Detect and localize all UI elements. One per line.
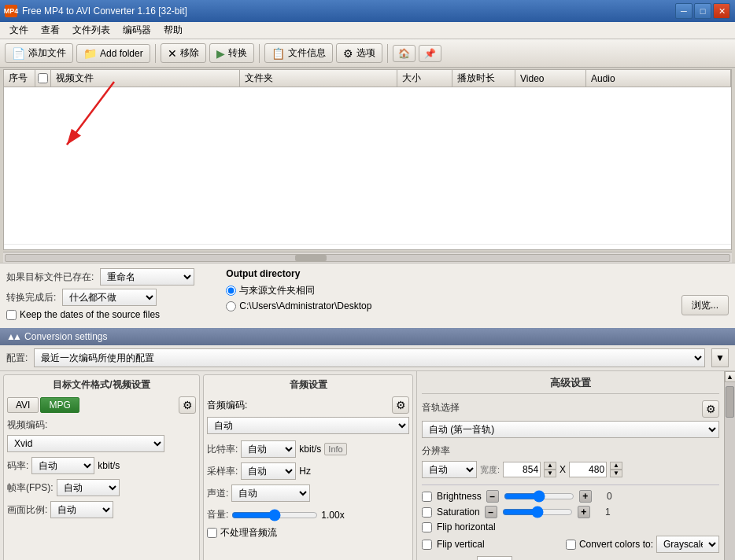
browse-button[interactable]: 浏览... [681, 295, 729, 315]
flip-h-checkbox[interactable] [422, 522, 432, 532]
sample-rate-row: 采样率: 自动 Hz [207, 462, 409, 480]
format-gear-button[interactable]: ⚙ [179, 396, 196, 414]
menu-filelist[interactable]: 文件列表 [66, 22, 116, 39]
keep-dates-label[interactable]: Keep the dates of the source files [6, 309, 160, 320]
saturation-slider[interactable] [502, 506, 573, 518]
channels-select[interactable]: 自动 [231, 484, 310, 502]
conv-header-label: ▲ Conversion settings [13, 331, 108, 342]
col-header-folder: 文件夹 [240, 70, 397, 87]
height-input[interactable] [569, 462, 607, 477]
menu-help[interactable]: 帮助 [157, 22, 189, 39]
right-scrollbar[interactable]: ▲ ▼ [724, 371, 735, 560]
no-audio-label[interactable]: 不处理音频流 [207, 526, 409, 540]
scroll-thumb[interactable] [726, 386, 734, 418]
scroll-up-btn[interactable]: ▲ [725, 371, 736, 382]
aspect-row: 画面比例: 自动 [7, 501, 196, 518]
same-as-source-radio[interactable] [226, 286, 236, 296]
brightness-slider[interactable] [504, 490, 574, 503]
custom-path-option[interactable]: C:\Users\Administrator\Desktop [226, 300, 650, 311]
file-info-button[interactable]: 📋 文件信息 [264, 43, 333, 63]
width-up-btn[interactable]: ▲ [544, 462, 556, 470]
convert-colors-label: Convert colors to: [579, 539, 653, 550]
audio-codec-label: 音频编码: [207, 399, 247, 412]
saturation-checkbox[interactable] [422, 507, 432, 518]
width-input[interactable] [503, 462, 541, 477]
separator-1 [422, 484, 719, 485]
minimize-button[interactable]: ─ [675, 3, 693, 19]
custom-path-radio[interactable] [226, 301, 236, 311]
video-codec-row: 视频编码: [7, 418, 196, 432]
menu-file[interactable]: 文件 [3, 22, 35, 39]
volume-slider[interactable] [231, 509, 318, 521]
tab-mpg[interactable]: MPG [40, 397, 79, 413]
channels-label: 声道: [207, 487, 228, 500]
sample-unit: Hz [299, 466, 311, 477]
audio-codec-select[interactable]: 自动 MP3 AAC [207, 417, 409, 434]
scrollbar-thumb[interactable] [295, 255, 327, 261]
profile-select[interactable]: 最近一次编码所使用的配置 [34, 348, 705, 367]
add-file-button[interactable]: 📄 添加文件 [5, 43, 73, 63]
add-folder-button[interactable]: 📁 Add folder [76, 44, 150, 63]
track-select[interactable]: 自动 (第一音轨) 音轨1 音轨2 [422, 421, 719, 438]
no-audio-row: 不处理音频流 [207, 526, 409, 540]
bitrate-label: 码率: [7, 459, 28, 473]
info-badge[interactable]: Info [324, 443, 346, 455]
height-up-btn[interactable]: ▲ [610, 462, 622, 470]
video-codec-label: 视频编码: [7, 418, 47, 432]
audio-bitrate-select[interactable]: 自动 [241, 440, 296, 458]
format-panel: 目标文件格式/视频设置 AVI MPG ⚙ 视频编码: Xvid H.264 M… [3, 374, 200, 560]
maximize-button[interactable]: □ [694, 3, 711, 19]
options-icon: ⚙ [343, 47, 353, 60]
bitrate-select[interactable]: 自动 [31, 457, 94, 474]
audio-gear-button[interactable]: ⚙ [392, 396, 409, 414]
width-down-btn[interactable]: ▼ [544, 470, 556, 477]
remove-button[interactable]: ✕ 移除 [161, 43, 206, 63]
pin-button[interactable]: 📌 [419, 45, 441, 62]
fps-select[interactable]: 自动 [57, 479, 120, 496]
grayscale-select[interactable]: Grayscale Sepia None [656, 536, 719, 553]
no-audio-checkbox[interactable] [207, 528, 217, 538]
audio-bitrate-unit: kbit/s [299, 444, 321, 455]
convert-colors-checkbox[interactable] [566, 540, 576, 550]
profile-dropdown-btn[interactable]: ▼ [711, 348, 729, 367]
flip-v-checkbox[interactable] [422, 540, 432, 550]
same-as-source-option[interactable]: 与来源文件夹相同 [226, 284, 650, 297]
file-exists-select[interactable]: 重命名 覆盖 跳过 [100, 268, 194, 286]
profile-label: 配置: [6, 352, 28, 365]
flip-h-label: Flip horizontal [437, 521, 496, 532]
home-button[interactable]: 🏠 [393, 45, 416, 62]
brightness-minus[interactable]: – [486, 490, 499, 503]
keep-dates-checkbox[interactable] [6, 310, 17, 320]
saturation-value: 1 [595, 507, 611, 518]
track-header: 音轨选择 ⚙ [422, 400, 719, 418]
menu-view[interactable]: 查看 [35, 22, 66, 39]
video-codec-select[interactable]: Xvid H.264 MPEG-4 自动 [7, 435, 164, 452]
toolbar: 📄 添加文件 📁 Add folder ✕ 移除 ▶ 转换 📋 文件信息 ⚙ 选… [0, 39, 735, 68]
saturation-plus[interactable]: + [578, 506, 590, 518]
convert-button[interactable]: ▶ 转换 [209, 43, 254, 63]
rotation-select[interactable]: 15 30 45 90 180 [477, 556, 512, 560]
sample-select[interactable]: 自动 [241, 462, 296, 480]
close-button[interactable]: ✕ [713, 3, 730, 19]
track-label: 音轨选择 [422, 401, 460, 414]
menu-encoder[interactable]: 编码器 [116, 22, 157, 39]
select-all-checkbox[interactable] [38, 73, 48, 83]
aspect-select[interactable]: 自动 [50, 501, 113, 518]
advanced-title: 高级设置 [422, 376, 719, 394]
tab-avi[interactable]: AVI [7, 397, 39, 413]
conversion-settings-header: ▲ ▲ Conversion settings [0, 328, 735, 345]
track-gear-button[interactable]: ⚙ [702, 400, 719, 418]
left-settings: 如果目标文件已存在: 重命名 覆盖 跳过 转换完成后: 什么都不做 关闭程序 关… [6, 268, 194, 323]
brightness-checkbox[interactable] [422, 492, 432, 502]
after-convert-select[interactable]: 什么都不做 关闭程序 关机 [62, 289, 157, 306]
file-table-container: 序号 视频文件 文件夹 大小 播放时长 Video Audio [3, 69, 732, 250]
brightness-plus[interactable]: + [579, 490, 592, 503]
fps-label: 帧率(FPS): [7, 481, 54, 495]
height-down-btn[interactable]: ▼ [610, 470, 622, 477]
saturation-row: Saturation – + 1 [422, 506, 719, 518]
resolution-select[interactable]: 自动 854x480 640x480 320x240 [422, 461, 477, 478]
convert-icon: ▶ [216, 47, 225, 60]
saturation-minus[interactable]: – [485, 506, 497, 518]
options-button[interactable]: ⚙ 选项 [336, 43, 382, 63]
horizontal-scrollbar[interactable] [3, 252, 732, 263]
